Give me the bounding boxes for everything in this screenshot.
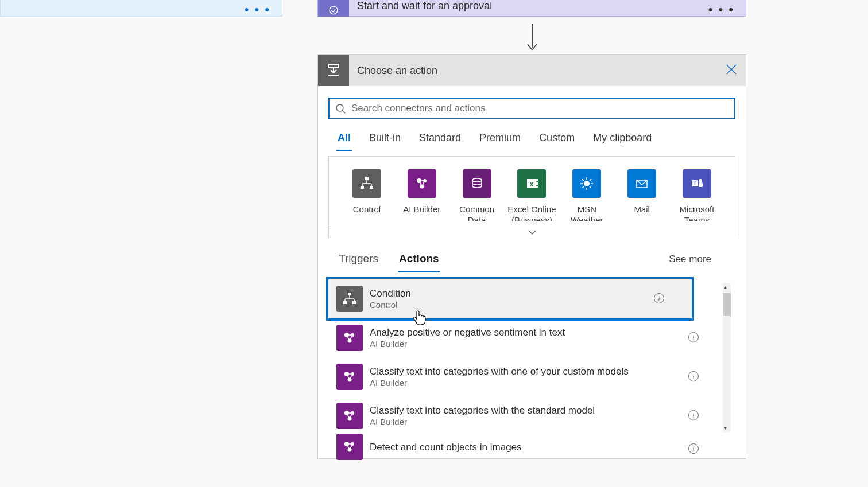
connector-label: Excel Online (Business): [506, 198, 557, 221]
see-more-link[interactable]: See more: [669, 254, 711, 265]
flow-arrow-icon: [317, 17, 746, 54]
scroll-thumb[interactable]: [723, 293, 731, 316]
aibuilder-icon: [408, 169, 436, 198]
svg-line-36: [582, 186, 584, 188]
svg-rect-2: [328, 64, 339, 68]
svg-line-35: [590, 179, 591, 181]
panel-title: Choose an action: [349, 65, 437, 77]
action-condition[interactable]: Condition Control i: [328, 279, 692, 318]
connector-grid: Control AI Builder Common Data Servic...…: [328, 156, 735, 227]
info-icon[interactable]: i: [654, 293, 664, 303]
left-card-more-icon[interactable]: • • •: [245, 2, 270, 17]
svg-rect-9: [365, 177, 369, 180]
connector-label: Control: [353, 198, 381, 215]
tab-triggers[interactable]: Triggers: [338, 252, 379, 272]
svg-rect-26: [536, 182, 538, 185]
svg-point-28: [584, 181, 590, 186]
svg-line-33: [582, 179, 584, 181]
tab-clipboard[interactable]: My clipboard: [592, 132, 653, 151]
tab-actions[interactable]: Actions: [398, 252, 440, 272]
action-list-scrollbar[interactable]: ▴ ▾: [723, 283, 731, 432]
action-detect-objects[interactable]: Detect and count objects in images i: [328, 435, 726, 458]
action-title: Detect and count objects in images: [370, 441, 522, 453]
category-tabs: All Built-in Standard Premium Custom My …: [328, 119, 735, 151]
tab-custom[interactable]: Custom: [538, 132, 576, 151]
cds-icon: [463, 169, 491, 198]
svg-rect-41: [699, 182, 703, 187]
action-list: Condition Control i Analyze positive or …: [328, 279, 735, 458]
mail-icon: [627, 169, 656, 198]
msn-weather-icon: [572, 169, 601, 198]
control-icon: [336, 286, 363, 312]
svg-rect-14: [361, 186, 364, 189]
connector-excel[interactable]: x Excel Online (Business): [506, 169, 557, 221]
connector-label: AI Builder: [403, 198, 440, 215]
svg-line-34: [590, 186, 591, 188]
choose-action-icon: [318, 55, 349, 86]
approval-step-card[interactable]: Start and wait for an approval • • •: [317, 0, 746, 17]
action-subtitle: Control: [370, 299, 411, 310]
tab-standard[interactable]: Standard: [418, 132, 462, 151]
teams-icon: T: [683, 169, 711, 198]
connector-label: Microsoft Teams: [671, 198, 723, 221]
left-step-card: • • •: [0, 0, 282, 17]
connector-teams[interactable]: T Microsoft Teams: [671, 169, 723, 221]
approval-more-icon[interactable]: • • •: [708, 2, 734, 17]
svg-rect-27: [536, 186, 538, 188]
connector-aibuilder[interactable]: AI Builder: [396, 169, 448, 221]
connector-cds[interactable]: Common Data Servic...: [451, 169, 503, 221]
connector-label: Mail: [634, 198, 650, 215]
svg-rect-48: [352, 301, 356, 304]
scroll-down-icon[interactable]: ▾: [724, 424, 727, 431]
svg-point-22: [472, 178, 482, 182]
aibuilder-icon: [336, 434, 363, 460]
svg-point-40: [699, 179, 702, 182]
svg-text:T: T: [693, 180, 696, 186]
svg-rect-42: [348, 293, 351, 295]
svg-rect-25: [536, 179, 538, 181]
choose-action-panel: Choose an action All Built-in Standard P…: [317, 54, 746, 459]
connector-label: MSN Weather: [561, 198, 613, 221]
action-title: Condition: [370, 287, 411, 299]
approval-step-title: Start and wait for an approval: [349, 0, 492, 11]
svg-rect-15: [370, 186, 373, 189]
excel-icon: x: [517, 169, 546, 198]
trigger-action-tabs: Triggers Actions See more: [328, 237, 735, 272]
expand-connectors-button[interactable]: [328, 227, 735, 237]
svg-text:x: x: [530, 180, 534, 188]
tab-premium[interactable]: Premium: [478, 132, 522, 151]
action-sentiment[interactable]: Analyze positive or negative sentiment i…: [328, 318, 726, 357]
connector-msn[interactable]: MSN Weather: [561, 169, 613, 221]
action-subtitle: AI Builder: [370, 377, 629, 388]
action-subtitle: AI Builder: [370, 416, 595, 427]
info-icon[interactable]: i: [688, 371, 699, 381]
search-input[interactable]: [350, 102, 728, 115]
panel-header: Choose an action: [318, 55, 746, 86]
action-classify-standard[interactable]: Classify text into categories with the s…: [328, 396, 726, 435]
svg-point-0: [330, 6, 338, 14]
close-icon[interactable]: [725, 63, 738, 79]
action-subtitle: AI Builder: [370, 338, 565, 349]
connector-control[interactable]: Control: [341, 169, 393, 221]
tab-all[interactable]: All: [336, 132, 352, 151]
info-icon[interactable]: i: [688, 443, 699, 454]
svg-rect-47: [343, 301, 347, 304]
aibuilder-icon: [336, 364, 363, 390]
action-title: Analyze positive or negative sentiment i…: [370, 326, 565, 338]
action-title: Classify text into categories with the s…: [370, 404, 595, 416]
connector-label: Common Data Servic...: [451, 198, 503, 221]
connector-mail[interactable]: Mail: [616, 169, 668, 221]
info-icon[interactable]: i: [688, 410, 699, 420]
action-classify-custom[interactable]: Classify text into categories with one o…: [328, 357, 726, 396]
tab-builtin[interactable]: Built-in: [368, 132, 402, 151]
action-title: Classify text into categories with one o…: [370, 365, 629, 377]
info-icon[interactable]: i: [688, 332, 699, 342]
approval-step-icon: [318, 0, 349, 17]
svg-line-8: [342, 110, 345, 113]
search-box[interactable]: [328, 98, 735, 119]
control-icon: [352, 169, 381, 198]
scroll-up-icon[interactable]: ▴: [724, 284, 727, 290]
aibuilder-icon: [336, 403, 363, 429]
chevron-down-icon: [528, 229, 537, 235]
search-icon: [335, 103, 346, 114]
